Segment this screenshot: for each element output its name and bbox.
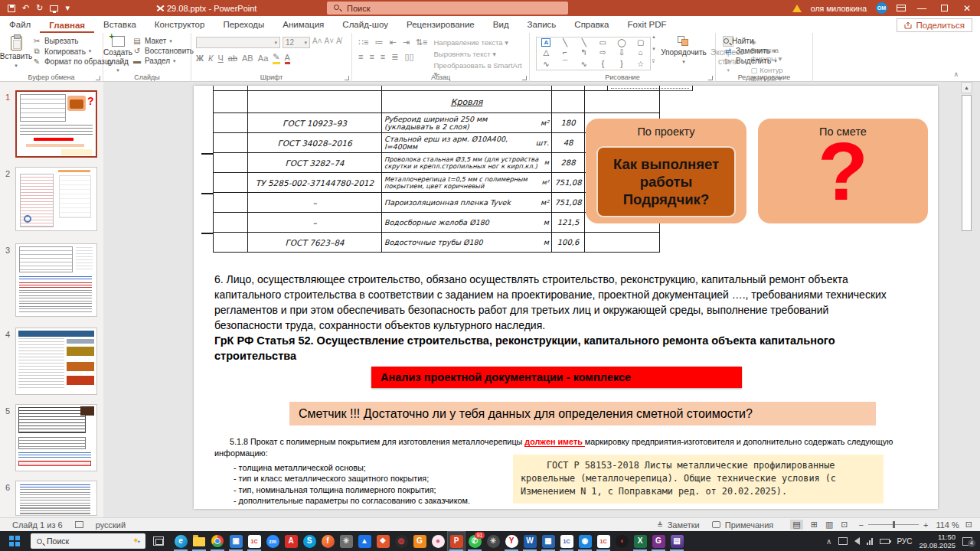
slide-thumbnail-5[interactable]	[15, 404, 97, 471]
taskbar-1c-third[interactable]: 1С	[594, 531, 612, 551]
numbering-icon[interactable]: ≔	[374, 37, 383, 47]
strike-button[interactable]: ab	[228, 54, 237, 63]
format-painter-button[interactable]: ✎Формат по образцу	[32, 57, 113, 66]
taskbar-keyboard-app[interactable]: ❖	[374, 531, 392, 551]
save-icon[interactable]	[8, 5, 15, 12]
new-slide-button[interactable]: Создать слайд▾	[103, 33, 132, 73]
bold-button[interactable]: Ж	[196, 54, 204, 63]
fit-slide-icon[interactable]: ⊡	[965, 520, 972, 530]
elbow-shape-icon[interactable]: ⌐	[563, 48, 567, 57]
select-button[interactable]: ▷Выделить ▾	[724, 57, 812, 65]
language-indicator[interactable]: русский	[96, 520, 126, 530]
battery-icon[interactable]	[880, 539, 890, 544]
volume-icon[interactable]	[854, 537, 860, 545]
normal-view-icon[interactable]: ▤	[790, 520, 802, 530]
roundrect-shape-icon[interactable]: ▢	[637, 38, 644, 47]
estimate-box[interactable]: По смете ?	[758, 119, 928, 223]
contractor-question-box[interactable]: Как выполняет работы Подрядчик?	[596, 146, 736, 217]
align-left-icon[interactable]: ≡	[358, 52, 363, 62]
hidden-icons-chevron[interactable]: ∧	[826, 537, 831, 546]
tab-transitions[interactable]: Переходы	[214, 18, 273, 33]
increase-indent-icon[interactable]: ⇥	[403, 37, 410, 47]
tab-file[interactable]: Файл	[0, 18, 40, 33]
font-color-button[interactable]: А	[285, 53, 290, 64]
tab-record[interactable]: Запись	[518, 18, 566, 33]
reading-view-icon[interactable]: ▥	[825, 520, 833, 530]
zoom-slider[interactable]	[868, 524, 919, 525]
customize-qat-icon[interactable]: ▾	[65, 4, 70, 12]
text-direction-button[interactable]: Направление текста ▾	[434, 38, 527, 47]
connector-shape-icon[interactable]: ↰	[580, 48, 586, 57]
font-size-combo[interactable]: 12▾	[283, 37, 310, 48]
copy-button[interactable]: ⧉Копировать ▾	[32, 47, 113, 56]
shapes-gallery[interactable]: А ╲ ╲ ▭ ◯ ▢ △ ⌐ ↰ ⇨ ⇩ ⌂ ∿ ⌒ ∿ { }	[536, 37, 651, 70]
brace-right-icon[interactable]: }	[620, 60, 622, 68]
thumb-num-6[interactable]: 6	[5, 483, 10, 492]
font-name-combo[interactable]: ▾	[196, 37, 280, 48]
display-icon[interactable]	[838, 537, 848, 545]
shrink-font-icon[interactable]: А˅	[325, 37, 335, 48]
taskbar-yandex-disk[interactable]: ▲	[355, 531, 374, 551]
slide-counter[interactable]: Слайд 1 из 6	[12, 520, 63, 530]
rect-shape-icon[interactable]: ▭	[599, 38, 606, 47]
taskbar-shuttle-app[interactable]: ✳	[484, 531, 502, 551]
scribble-shape-icon[interactable]: ∿	[543, 60, 549, 68]
brace-left-icon[interactable]: {	[602, 60, 604, 68]
star-shape-icon[interactable]: ☆	[637, 60, 644, 68]
cut-button[interactable]: ✂Вырезать	[32, 37, 113, 45]
tab-slideshow[interactable]: Слайд-шоу	[333, 18, 397, 33]
taskbar-file-explorer[interactable]	[190, 531, 208, 551]
align-center-icon[interactable]: ≡	[369, 52, 374, 62]
thumb-num-2[interactable]: 2	[5, 169, 10, 178]
taskbar-zoom[interactable]: zm	[263, 531, 282, 551]
paragraph-6[interactable]: 6. Лицо, осуществляющее строительство, о…	[214, 272, 888, 333]
taskbar-grand-smeta-purple[interactable]: G	[649, 531, 668, 551]
taskbar-skype[interactable]: S	[300, 531, 318, 551]
grk-heading[interactable]: ГрК РФ Статья 52. Осуществление строител…	[214, 333, 842, 364]
align-right-icon[interactable]: ≡	[381, 52, 385, 62]
slideshow-icon[interactable]: ⊡	[841, 520, 848, 530]
taskbar-pink-circle-app[interactable]: ●	[429, 531, 447, 551]
thumb-num-5[interactable]: 5	[5, 406, 10, 416]
paste-button[interactable]: Вставить▾	[0, 33, 32, 69]
user-name[interactable]: оля миловкина	[811, 4, 867, 13]
slide-editing-surface[interactable]: Кровля ГОСТ 10923–93 Рубероид шириной 25…	[194, 86, 938, 509]
triangle-shape-icon[interactable]: △	[543, 48, 549, 57]
change-case-button[interactable]: Аа	[258, 54, 269, 63]
taskbar-excel[interactable]: X	[631, 531, 649, 551]
justify-icon[interactable]: ≣	[391, 52, 398, 62]
taskbar-grand-smeta[interactable]: G	[410, 531, 429, 551]
arc-shape-icon[interactable]: ⌒	[561, 58, 569, 69]
thumb-num-4[interactable]: 4	[5, 330, 10, 339]
zoom-slider-thumb[interactable]	[893, 521, 895, 528]
zoom-out-button[interactable]: −	[859, 520, 864, 530]
taskbar-winrar[interactable]: ▤	[668, 531, 686, 551]
clock[interactable]: 11:50 29.08.2025	[919, 533, 956, 550]
tab-design[interactable]: Конструктор	[145, 18, 214, 33]
taskbar-blue-monitor-app[interactable]: ▣	[227, 531, 245, 551]
slide-thumbnail-4[interactable]	[15, 328, 97, 395]
accessibility-icon[interactable]	[75, 521, 83, 528]
paragraph-dialog-launcher[interactable]	[522, 76, 527, 80]
orange-banner[interactable]: Сметчик !!! Достаточно ли у тебя данных …	[289, 402, 876, 425]
tab-insert[interactable]: Вставка	[94, 18, 145, 33]
taskbar-camera-app[interactable]: ◉	[576, 531, 594, 551]
taskbar-dark-red-app[interactable]: ◖	[612, 531, 631, 551]
project-box[interactable]: По проекту Как выполняет работы Подрядчи…	[586, 119, 746, 223]
italic-button[interactable]: К	[208, 54, 213, 63]
task-view-icon[interactable]	[153, 536, 164, 546]
taskbar-calculator-app[interactable]: ▦	[539, 531, 557, 551]
rightarrow-shape-icon[interactable]: ⇨	[599, 48, 606, 57]
bullets-icon[interactable]: ∷≡	[358, 37, 368, 47]
font-dialog-launcher[interactable]	[345, 76, 349, 80]
drawing-dialog-launcher[interactable]	[708, 76, 713, 80]
close-button[interactable]: ✕	[960, 3, 974, 14]
title-search-box[interactable]: Поиск	[327, 2, 568, 15]
taskbar-gray-app[interactable]: ✳	[337, 531, 355, 551]
tab-help[interactable]: Справка	[565, 18, 618, 33]
find-button[interactable]: Найти	[724, 37, 812, 45]
textbox-shape-icon[interactable]: А	[541, 38, 550, 47]
clipboard-dialog-launcher[interactable]	[96, 76, 100, 80]
tab-review[interactable]: Рецензирование	[397, 18, 484, 33]
vertical-scrollbar[interactable]: ▲	[961, 82, 972, 517]
